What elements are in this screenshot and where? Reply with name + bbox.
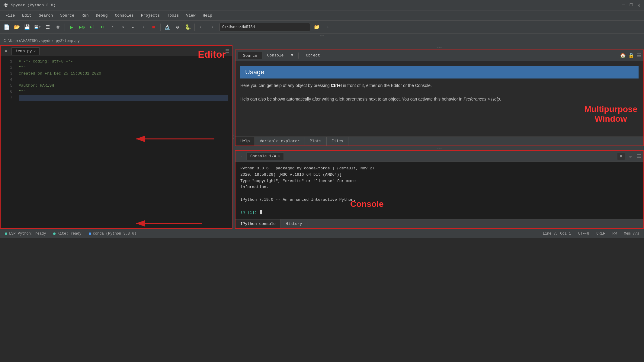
toolbar-drag-handle[interactable]: ⋯⋯ (0, 34, 644, 37)
stop-button[interactable]: ■ (149, 22, 159, 32)
rw-text: RW (612, 232, 617, 236)
source-tab-label: Source (243, 53, 257, 58)
menu-source[interactable]: Source (57, 12, 77, 19)
tab-close-button[interactable]: ✕ (34, 49, 36, 53)
minimize-button[interactable]: ─ (622, 2, 625, 8)
maximize-button[interactable]: □ (630, 2, 633, 8)
line-num-2: 2 (1, 65, 15, 71)
menu-search[interactable]: Search (36, 12, 56, 19)
menu-consoles[interactable]: Consoles (112, 12, 136, 19)
help-bottom-tab-plots[interactable]: Plots (305, 137, 327, 146)
profile-button[interactable]: 🔬 (162, 22, 172, 32)
menu-debug[interactable]: Debug (93, 12, 111, 19)
right-drag-handle-middle[interactable]: ⋯⋯⋯ (235, 146, 644, 150)
console-menu-button[interactable]: ☰ (637, 153, 641, 159)
step-out-button[interactable]: ↵ (128, 22, 138, 32)
step-button[interactable]: ↷ (108, 22, 117, 32)
drag-dots: ⋯⋯ (320, 34, 324, 37)
help-bottom-tabs: Help Variable explorer Plots Files (235, 136, 643, 146)
step-into-button[interactable]: ↴ (118, 22, 128, 32)
help-tab-console[interactable]: Console (262, 52, 289, 59)
save-file-button[interactable]: 💾 (22, 22, 32, 32)
editor-collapse-button[interactable]: ▭ (3, 48, 9, 54)
path-next-button[interactable]: → (322, 22, 332, 32)
console-tab-1[interactable]: Console 1/A ✕ (246, 152, 284, 160)
forward-button[interactable]: → (207, 22, 216, 32)
menu-tools[interactable]: Tools (164, 12, 182, 19)
console-content[interactable]: Python 3.8.6 | packaged by conda-forge |… (235, 162, 643, 219)
ipython-tab-label: IPython console (240, 222, 276, 226)
console-tab-label: Console 1/A (250, 154, 276, 159)
title-bar-controls[interactable]: ─ □ ✕ (622, 2, 640, 8)
help-tab-source[interactable]: Source (238, 52, 262, 59)
run-button[interactable]: ▶ (67, 22, 76, 32)
console-collapse-button[interactable]: ▭ (238, 153, 244, 159)
browse-button[interactable]: @ (53, 22, 63, 32)
line-num-4: 4 (1, 77, 15, 83)
console-reset-button[interactable]: ✏ (627, 153, 634, 160)
line-num-3: 3 (1, 71, 15, 77)
back-button[interactable]: ← (197, 22, 206, 32)
help-more-icon[interactable]: ☰ (637, 53, 641, 59)
code-line-3: Created on Fri Dec 25 15:36:31 2020 (19, 71, 228, 77)
code-line-5: @author: HARISH (19, 83, 228, 89)
usage-box: Usage (240, 66, 639, 78)
tab-separator (298, 53, 299, 59)
right-drag-handle-top[interactable]: ⋯⋯⋯ (235, 45, 644, 50)
menu-run[interactable]: Run (78, 12, 91, 19)
vertical-splitter[interactable]: ⋮ (232, 45, 235, 229)
python-button[interactable]: 🐍 (183, 22, 193, 32)
editor-menu-button[interactable]: ☰ (225, 48, 229, 54)
help-lock-icon[interactable]: 🔒 (628, 53, 634, 59)
console-line-5: IPython 7.19.0 -- An enhanced Interactiv… (240, 197, 639, 203)
help-home-icon[interactable]: 🏠 (620, 53, 626, 59)
help-bottom-tab-varexplorer[interactable]: Variable explorer (255, 137, 305, 146)
debug-button[interactable]: ⏯ (98, 22, 107, 32)
console-bottom-tab-history[interactable]: History (281, 219, 307, 228)
ctrl-i-text: Ctrl+I (331, 83, 342, 88)
run-config-button[interactable]: ▶⚙ (77, 22, 87, 32)
browse-path-button[interactable]: 📁 (312, 22, 322, 32)
menu-view[interactable]: View (183, 12, 198, 19)
menu-edit[interactable]: Edit (19, 12, 34, 19)
help-bottom-tab-help[interactable]: Help (235, 137, 255, 146)
file-list-button[interactable]: ☰ (43, 22, 53, 32)
open-file-button[interactable]: 📂 (12, 22, 22, 32)
toolbar-sep-1 (65, 24, 65, 31)
console-bottom-tab-ipython[interactable]: IPython console (235, 219, 281, 228)
help-tab-console-dropdown[interactable]: ▼ (288, 52, 296, 59)
help-tab-plots-label: Plots (310, 139, 322, 143)
continue-button[interactable]: ↠ (139, 22, 148, 32)
lsp-dot (5, 232, 7, 235)
eol-text: CRLF (596, 232, 605, 236)
path-text: C:\Users\HARISH (222, 25, 255, 29)
help-panel: Source Console ▼ Object 🏠 🔒 (235, 50, 644, 146)
help-bottom-tab-files[interactable]: Files (327, 137, 348, 146)
code-editor[interactable]: 1 2 3 4 5 6 7 # -*- coding: utf-8 -*- ""… (1, 56, 232, 228)
settings-button[interactable]: ⚙ (173, 22, 182, 32)
window-title: Spyder (Python 3.8) (11, 3, 56, 8)
dropdown-arrow: ▼ (291, 53, 293, 58)
lsp-text: LSP Python: ready (9, 232, 46, 236)
mem-text: Mem 77% (624, 232, 639, 236)
help-tab-help-label: Help (240, 139, 250, 143)
console-cursor[interactable] (260, 210, 262, 214)
close-button[interactable]: ✕ (637, 2, 640, 8)
status-kite: Kite: ready (53, 232, 81, 236)
save-all-button[interactable]: 💾+ (33, 22, 42, 32)
run-selection-button[interactable]: ▶| (87, 22, 97, 32)
code-content[interactable]: # -*- coding: utf-8 -*- """ Created on F… (15, 56, 232, 228)
console-tab-close[interactable]: ✕ (278, 154, 280, 158)
path-input[interactable]: C:\Users\HARISH (219, 23, 310, 31)
editor-tab-temppy[interactable]: temp.py ✕ (11, 47, 40, 55)
new-file-button[interactable]: 📄 (2, 22, 11, 32)
menu-projects[interactable]: Projects (138, 12, 163, 19)
object-tab-label: Object (306, 53, 320, 58)
console-stop-button[interactable]: ■ (617, 153, 625, 160)
status-lsp: LSP Python: ready (5, 232, 46, 236)
menu-help[interactable]: Help (200, 12, 215, 19)
usage-text: Here you can get help of any object by p… (240, 82, 639, 102)
code-line-4 (19, 77, 228, 83)
help-tab-object[interactable]: Object (301, 52, 325, 59)
menu-file[interactable]: File (2, 12, 18, 19)
